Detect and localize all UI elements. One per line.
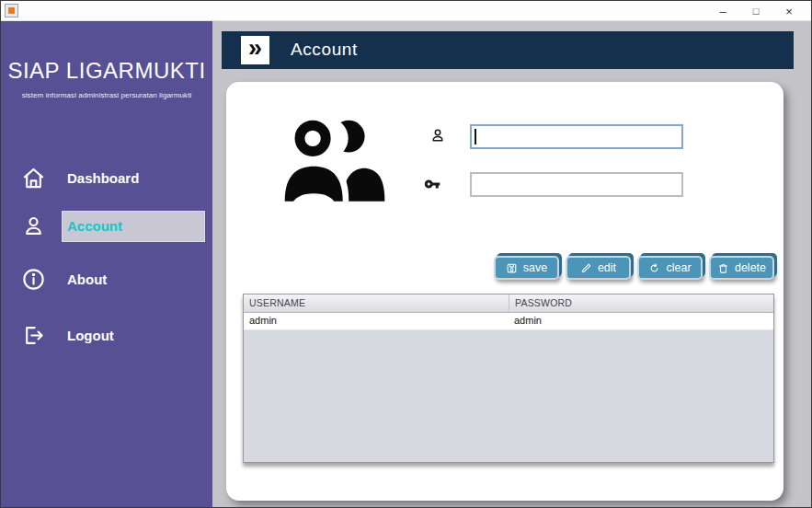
main-area: » Account — [212, 21, 812, 508]
user-icon — [21, 214, 46, 238]
app-subtitle: sistem informasi administrasi persuratan… — [1, 91, 212, 99]
delete-button[interactable]: delete — [709, 256, 774, 280]
edit-icon — [580, 262, 592, 274]
key-icon — [422, 176, 442, 192]
delete-icon — [717, 262, 729, 274]
minimize-button[interactable]: – — [706, 1, 739, 21]
java-app-icon — [5, 4, 18, 17]
sidebar-item-label: About — [67, 271, 107, 287]
clear-icon — [648, 262, 660, 274]
save-button-label: save — [523, 261, 547, 274]
edit-button-label: edit — [598, 261, 616, 274]
user-icon — [429, 127, 446, 144]
page-header: » Account — [222, 31, 794, 69]
logout-icon — [21, 323, 46, 348]
clear-button-label: clear — [666, 261, 691, 274]
info-icon — [21, 267, 46, 292]
table-header: USERNAME PASSWORD — [244, 294, 773, 313]
clear-button[interactable]: clear — [637, 256, 703, 280]
cell-username: admin — [244, 313, 509, 329]
title-bar[interactable]: – □ × — [1, 1, 811, 21]
username-input[interactable] — [470, 124, 683, 149]
text-caret — [475, 129, 476, 144]
sidebar-item-label: Account — [67, 218, 122, 234]
page-title: Account — [291, 40, 358, 60]
cell-password: admin — [509, 313, 773, 329]
app-title: SIAP LIGARMUKTI — [1, 58, 212, 84]
close-button[interactable]: × — [772, 1, 806, 21]
table-row[interactable]: admin admin — [244, 313, 773, 330]
sidebar-item-label: Dashboard — [67, 170, 139, 186]
edit-button[interactable]: edit — [566, 256, 631, 280]
double-chevron-icon: » — [241, 36, 269, 64]
column-header-password: PASSWORD — [509, 294, 773, 312]
sidebar: SIAP LIGARMUKTI sistem informasi adminis… — [1, 21, 212, 508]
password-input[interactable] — [470, 172, 683, 197]
save-icon — [506, 262, 518, 274]
app-window: – □ × SIAP LIGARMUKTI sistem informasi a… — [0, 0, 812, 508]
sidebar-item-about[interactable]: About — [1, 263, 212, 296]
sidebar-item-label: Logout — [67, 328, 114, 343]
column-header-username: USERNAME — [244, 294, 509, 312]
maximize-button[interactable]: □ — [739, 1, 772, 21]
content-card: save edit clear — [226, 82, 783, 501]
sidebar-item-dashboard[interactable]: Dashboard — [1, 162, 212, 195]
group-icon — [280, 111, 390, 203]
home-icon — [21, 166, 46, 190]
toolbar: save edit clear — [494, 256, 774, 280]
sidebar-item-account[interactable]: Account — [1, 210, 212, 243]
accounts-table: USERNAME PASSWORD admin admin — [243, 294, 774, 463]
save-button[interactable]: save — [494, 256, 559, 280]
delete-button-label: delete — [735, 261, 766, 274]
sidebar-item-logout[interactable]: Logout — [1, 319, 212, 352]
